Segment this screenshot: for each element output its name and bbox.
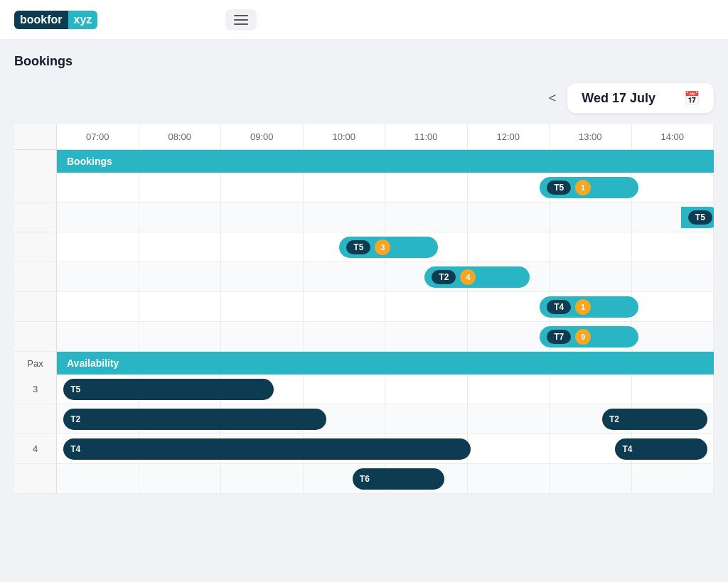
grid-cell-1 [139,322,222,351]
chip-badge-3-0: 4 [460,269,476,285]
grid-cell-3 [304,322,386,351]
time-slot-1300: 13:00 [550,124,632,149]
grid-cell-5 [468,322,550,351]
logo: bookforxyz [14,11,97,29]
grid-cell-0 [57,203,139,232]
booking-chip-5-0[interactable]: T7 9 [540,326,638,347]
grid-cell-6 [550,232,632,262]
avail-row-1: T2 T2 [14,404,714,434]
row-stub-1 [14,203,57,232]
booking-chip-3-0[interactable]: T2 4 [424,266,530,288]
time-slots: 07:0008:0009:0010:0011:0012:0013:0014:00 [57,124,714,149]
avail-bar-1-0[interactable]: T2 [63,409,326,430]
avail-stub-0: 3 [14,374,57,404]
grid-cell-7 [632,232,714,262]
avail-bar-1-1[interactable]: T2 [602,409,707,430]
grid-cell-2 [221,262,304,291]
chip-label-5-0: T7 [547,330,571,344]
grid-cell-3 [304,292,386,321]
grid-cell-1 [139,203,222,232]
grid-cell-2 [221,292,304,321]
booking-chip-1-0[interactable]: T5 [681,207,714,228]
time-slot-1200: 12:00 [468,124,550,149]
chip-badge-5-0: 9 [575,329,591,345]
avail-cells-0: T5 [57,374,714,404]
chip-badge-4-0: 1 [575,299,591,315]
avail-bar-label-3-0: T6 [353,474,440,484]
prev-date-button[interactable]: < [543,88,562,109]
avail-bar-0-0[interactable]: T5 [63,379,274,400]
avail-row-2: 4 T4 T4 [14,434,714,464]
avail-stub-2: 4 [14,434,57,463]
pax-label-cell: Pax [14,352,57,374]
menu-line-3 [234,23,248,25]
grid-cell-0 [57,262,139,291]
avail-row-0: 3 T5 [14,374,714,404]
booking-chip-0-0[interactable]: T5 1 [540,177,638,198]
avail-bar-2-0[interactable]: T4 [63,438,471,460]
avail-bar-3-0[interactable]: T6 [353,468,444,490]
grid-cell-6 [550,203,632,232]
grid-cell-2 [221,173,304,202]
avail-cells-1: T2 T2 [57,404,714,433]
main-content: Bookings < Wed 17 July 📅 07:0008:0009:00… [0,40,728,582]
grid-cell-5 [468,434,550,463]
row-cells-3: T2 4 [57,262,714,291]
grid-cell-6 [550,464,632,493]
avail-cells-3: T6 [57,464,714,493]
grid-cell-0 [57,173,139,202]
grid-cell-1 [139,464,222,493]
grid-cell-2 [221,232,304,262]
menu-line-1 [234,15,248,16]
date-navigation: < Wed 17 July 📅 [14,83,714,113]
grid-cell-5 [468,173,550,202]
calendar-icon[interactable]: 📅 [684,90,700,106]
row-stub-3 [14,262,57,291]
availability-section-header: Pax Availability [14,352,714,374]
avail-bar-label-0-0: T5 [63,384,269,394]
grid-cell-4 [385,374,468,404]
row-cells-5: T7 9 [57,322,714,351]
logo-bookfor: bookfor [14,11,68,29]
grid-cell-4 [385,404,468,433]
grid-cell-0 [57,292,139,321]
booking-chip-2-0[interactable]: T5 3 [339,237,438,258]
time-slot-0800: 08:00 [139,124,222,149]
grid-cell-4 [385,292,468,321]
grid-cell-4 [385,322,468,351]
grid-cell-4 [385,203,468,232]
chip-badge-2-0: 3 [375,239,390,255]
avail-bar-label-1-0: T2 [63,414,322,424]
row-cells-2: T5 3 [57,232,714,262]
grid-cell-2 [221,203,304,232]
stub-spacer [14,124,57,149]
calendar-grid: 07:0008:0009:0010:0011:0012:0013:0014:00… [14,124,714,494]
chip-badge-0-0: 1 [575,180,591,195]
grid-cell-0 [57,232,139,262]
avail-bar-2-1[interactable]: T4 [615,438,707,460]
row-stub-2 [14,232,57,262]
grid-cell-7 [632,262,714,291]
grid-cell-2 [221,464,304,493]
grid-cell-7 [632,374,714,404]
menu-button[interactable] [225,9,257,31]
bookings-section-bar: Bookings [57,150,714,173]
booking-row-2: T5 3 [14,232,714,262]
time-slot-1000: 10:00 [304,124,386,149]
grid-cell-7 [632,173,714,202]
booking-row-4: T4 1 [14,292,714,322]
header: bookforxyz [0,0,728,40]
booking-row-1: T5 [14,203,714,232]
avail-bar-label-2-0: T4 [63,444,466,454]
avail-stub-1 [14,404,57,433]
chip-label-2-0: T5 [346,240,370,254]
time-slot-0900: 09:00 [221,124,304,149]
time-slot-1100: 11:00 [385,124,468,149]
booking-row-0: T5 1 [14,173,714,203]
booking-chip-4-0[interactable]: T4 1 [540,296,638,318]
grid-cell-5 [468,232,550,262]
grid-wrapper: 07:0008:0009:0010:0011:0012:0013:0014:00… [14,124,714,494]
page-title: Bookings [14,54,714,69]
booking-rows: T5 1 T5 T5 3 T2 [14,173,714,352]
grid-cell-7 [632,292,714,321]
